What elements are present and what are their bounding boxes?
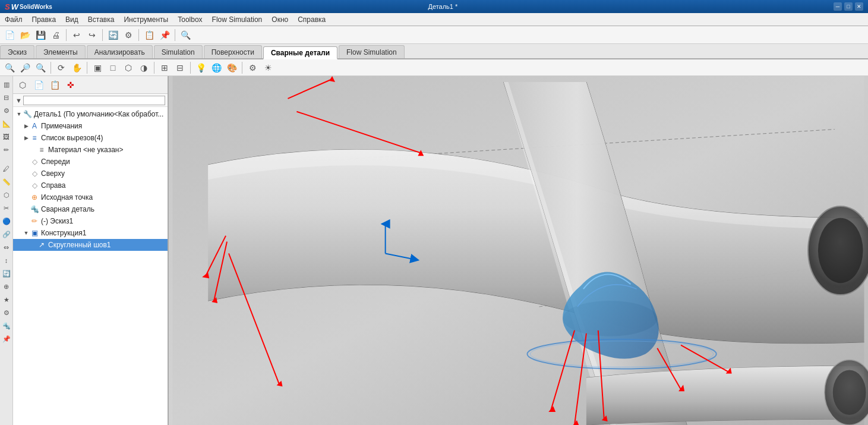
close-button[interactable]: ✕ [855,2,863,11]
sketch-tool-3[interactable]: ⬡ [1,189,12,201]
view-wireframe[interactable]: ▣ [90,61,105,75]
material-icon: ≡ [37,145,46,155]
realview-button[interactable]: ☀ [261,61,275,75]
menu-edit[interactable]: Правка [27,13,61,26]
tree-item-construction1[interactable]: ▼ ▣ Конструкция1 [13,227,168,239]
maximize-button[interactable]: □ [844,2,853,11]
tree-item-origin[interactable]: ▶ ⊕ Исходная точка [13,191,168,203]
sketch1-label: (-) Эскиз1 [41,217,73,225]
front-label: Спереди [41,158,70,166]
config-manager-tab[interactable]: ⚙ [1,105,12,117]
minimize-button[interactable]: ─ [834,2,842,11]
lights-button[interactable]: 💡 [194,61,208,75]
undo-button[interactable]: ↩ [70,28,84,42]
view-shaded-edges[interactable]: ◑ [137,61,151,75]
tab-svarnye-detali[interactable]: Сварные детали [263,46,337,59]
view-shaded[interactable]: ⬡ [121,61,135,75]
display-manager-tab[interactable]: 🖼 [1,131,12,143]
tree-item-front[interactable]: ▶ ◇ Спереди [13,156,168,168]
sketch-tool-13[interactable]: 🔩 [1,320,12,332]
panel-tb-btn-3[interactable]: 📋 [48,78,62,92]
expand-cutlist[interactable]: ▶ [23,134,30,141]
menu-window[interactable]: Окно [267,13,293,26]
tree-item-material[interactable]: ▶ ≡ Материал <не указан> [13,144,168,156]
menu-file[interactable]: Файл [0,13,27,26]
property-manager-tab[interactable]: ⊟ [1,92,12,103]
dynamic-section-button[interactable]: ⊟ [173,61,187,75]
print-button[interactable]: 🖨 [49,28,63,42]
logo-s: S [5,2,10,11]
appearances-button[interactable]: 🎨 [225,61,239,75]
expand-construction1[interactable]: ▼ [23,229,30,237]
tab-poverhnosti[interactable]: Поверхности [204,45,262,58]
sketch-tool-5[interactable]: 🔵 [1,215,12,227]
tree-item-weldment[interactable]: ▶ 🔩 Сварная деталь [13,203,168,215]
tab-simulation[interactable]: Simulation [154,45,203,58]
panel-tb-btn-2[interactable]: 📄 [31,78,46,92]
markup-tab[interactable]: ✏ [1,144,12,156]
save-button[interactable]: 💾 [33,28,48,42]
filter-row: ▼ [13,94,168,107]
tree-item-cutlist[interactable]: ▶ ≡ Список вырезов(4) [13,132,168,144]
panel-tb-btn-1[interactable]: ⬡ [15,78,30,92]
sketch-tool-8[interactable]: ↕ [1,254,12,266]
copy-button[interactable]: 📋 [142,28,156,42]
sketch-tool-12[interactable]: ⚙ [1,307,12,319]
filter-input[interactable] [23,96,165,105]
zoom-in-button[interactable]: 🔎 [18,61,32,75]
view-sep-1 [50,62,51,74]
rotate-button[interactable]: ⟳ [54,61,68,75]
toolbar-separator-3 [138,29,139,41]
feature-manager-tab[interactable]: ▥ [1,78,12,90]
sketch-tool-7[interactable]: ⇔ [1,241,12,253]
view-sep-4 [190,62,191,74]
menu-toolbox[interactable]: Toolbox [173,13,207,26]
expand-notes[interactable]: ▶ [23,122,30,130]
sketch-tool-4[interactable]: ✂ [1,202,12,214]
zoom-out-button[interactable]: 🔍 [33,61,48,75]
tree-item-right[interactable]: ▶ ◇ Справа [13,180,168,191]
titlebar-title: Деталь1 * [428,3,457,10]
tree-item-fillet-weld1[interactable]: ▶ ↗ Скругленный шов1 [13,239,168,251]
sketch-tool-6[interactable]: 🔗 [1,228,12,240]
construction1-label: Конструкция1 [41,229,86,237]
menu-flow-simulation[interactable]: Flow Simulation [207,13,267,26]
open-button[interactable]: 📂 [18,28,32,42]
zoom-to-fit-button[interactable]: 🔍 [2,61,17,75]
pan-button[interactable]: ✋ [70,61,84,75]
section-view-button[interactable]: ⊞ [157,61,172,75]
menu-help[interactable]: Справка [293,13,330,26]
sketch-tool-14[interactable]: 📌 [1,333,12,345]
tab-flow-simulation[interactable]: Flow Simulation [339,45,405,58]
tab-analizirovate[interactable]: Анализировать [87,45,153,58]
sketch-tool-1[interactable]: 🖊 [1,163,12,175]
view-sep-3 [154,62,154,74]
menu-insert[interactable]: Вставка [83,13,119,26]
scene-button[interactable]: 🌐 [209,61,223,75]
tree-item-part[interactable]: ▼ 🔧 Деталь1 (По умолчанию<Как обработ... [13,108,168,120]
dim-expert-tab[interactable]: 📐 [1,118,12,130]
tab-eskiz[interactable]: Эскиз [0,45,34,58]
view-hidden[interactable]: □ [106,61,120,75]
tree-item-sketch1[interactable]: ▶ ✏ (-) Эскиз1 [13,215,168,227]
sketch-tool-11[interactable]: ★ [1,294,12,306]
rebuild-button[interactable]: 🔄 [106,28,120,42]
viewport[interactable] [169,76,868,425]
panel-tb-btn-4[interactable]: ✜ [64,78,78,92]
sketch-tool-9[interactable]: 🔄 [1,267,12,279]
menu-view[interactable]: Вид [61,13,83,26]
sketch-tool-10[interactable]: ⊕ [1,281,12,292]
tree-item-top[interactable]: ▶ ◇ Сверху [13,168,168,180]
menu-tools[interactable]: Инструменты [119,13,173,26]
redo-button[interactable]: ↪ [85,28,99,42]
titlebar-controls[interactable]: ─ □ ✕ [834,2,863,11]
tree-item-notes[interactable]: ▶ A Примечания [13,120,168,132]
view-settings-button[interactable]: ⚙ [245,61,260,75]
paste-button[interactable]: 📌 [157,28,172,42]
new-button[interactable]: 📄 [2,28,17,42]
tab-elementy[interactable]: Элементы [36,45,86,58]
sketch-tool-2[interactable]: 📏 [1,176,12,188]
search-button[interactable]: 🔍 [178,28,192,42]
options-button[interactable]: ⚙ [121,28,135,42]
expand-part[interactable]: ▼ [15,111,23,118]
